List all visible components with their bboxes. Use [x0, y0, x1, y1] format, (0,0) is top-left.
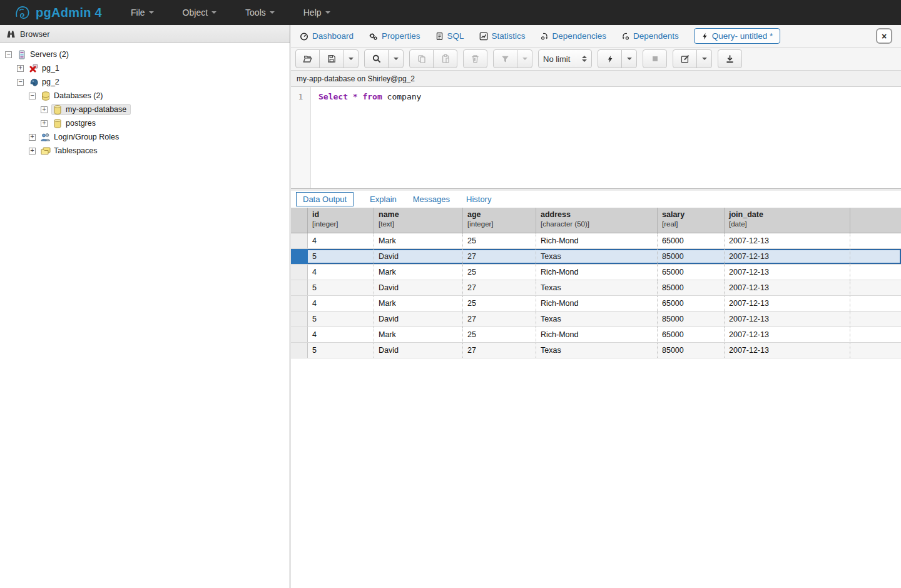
- cell-address[interactable]: Texas: [536, 312, 658, 327]
- tab-explain[interactable]: Explain: [370, 195, 397, 204]
- edit-button[interactable]: [673, 49, 697, 68]
- expand-expander-icon[interactable]: +: [29, 134, 36, 141]
- collapse-expander-icon[interactable]: −: [5, 51, 12, 58]
- row-selector[interactable]: [291, 233, 308, 248]
- cell-salary[interactable]: 65000: [658, 265, 725, 280]
- row-limit-select[interactable]: No limit: [538, 49, 592, 68]
- tab-history[interactable]: History: [466, 195, 491, 204]
- find-button[interactable]: [364, 49, 389, 68]
- cell-age[interactable]: 27: [463, 249, 536, 264]
- tree-item-postgres[interactable]: + postgres: [0, 116, 290, 130]
- cell-address[interactable]: Rich-Mond: [536, 327, 658, 342]
- cell-address[interactable]: Rich-Mond: [536, 265, 658, 280]
- cell-salary[interactable]: 65000: [658, 233, 725, 248]
- tree-item-pg-2[interactable]: − pg_2: [0, 75, 290, 89]
- cell-address[interactable]: Texas: [536, 280, 658, 295]
- cell-address[interactable]: Rich-Mond: [536, 296, 658, 311]
- tab-statistics[interactable]: Statistics: [479, 31, 526, 41]
- tree-item-my-app-database[interactable]: + my-app-database: [0, 103, 290, 116]
- cell-address[interactable]: Texas: [536, 343, 658, 358]
- cell-join-date[interactable]: 2007-12-13: [725, 312, 850, 327]
- column-header-age[interactable]: age [integer]: [463, 208, 536, 233]
- tree-item-databases[interactable]: − Databases (2): [0, 89, 290, 103]
- table-row[interactable]: 4 Mark 25 Rich-Mond 65000 2007-12-13: [291, 265, 901, 280]
- download-button[interactable]: [718, 49, 742, 68]
- cell-address[interactable]: Texas: [536, 249, 658, 264]
- execute-query-button[interactable]: [598, 49, 622, 68]
- tab-query-tool[interactable]: Query- untitled *: [694, 28, 781, 44]
- menu-help[interactable]: Help: [303, 8, 330, 18]
- open-file-button[interactable]: [295, 49, 320, 68]
- expand-expander-icon[interactable]: +: [29, 148, 36, 155]
- cell-name[interactable]: Mark: [374, 233, 463, 248]
- table-row[interactable]: 5 David 27 Texas 85000 2007-12-13: [291, 280, 901, 296]
- menu-object[interactable]: Object: [183, 8, 216, 18]
- cell-address[interactable]: Rich-Mond: [536, 233, 658, 248]
- table-row-selected[interactable]: 5 David 27 Texas 85000 2007-12-13: [291, 249, 901, 265]
- sql-code-area[interactable]: Select * from company: [311, 87, 421, 188]
- tab-dependents[interactable]: Dependents: [621, 31, 679, 41]
- cell-name[interactable]: David: [374, 249, 463, 264]
- menu-tools[interactable]: Tools: [245, 8, 275, 18]
- menu-file[interactable]: File: [131, 8, 154, 18]
- tree-item-servers[interactable]: − Servers (2): [0, 48, 290, 61]
- cell-name[interactable]: Mark: [374, 327, 463, 342]
- cell-age[interactable]: 27: [463, 280, 536, 295]
- table-row[interactable]: 4 Mark 25 Rich-Mond 65000 2007-12-13: [291, 296, 901, 312]
- tab-messages[interactable]: Messages: [413, 195, 450, 204]
- cell-age[interactable]: 25: [463, 327, 536, 342]
- row-selector[interactable]: [291, 312, 308, 327]
- cell-id[interactable]: 4: [308, 265, 374, 280]
- cell-id[interactable]: 4: [308, 327, 374, 342]
- table-row[interactable]: 5 David 27 Texas 85000 2007-12-13: [291, 343, 901, 358]
- cell-id[interactable]: 4: [308, 233, 374, 248]
- expand-expander-icon[interactable]: +: [17, 65, 24, 72]
- cell-join-date[interactable]: 2007-12-13: [725, 327, 850, 342]
- cell-name[interactable]: David: [374, 280, 463, 295]
- cell-name[interactable]: David: [374, 312, 463, 327]
- row-selector[interactable]: [291, 280, 308, 295]
- edit-dropdown-button[interactable]: [696, 49, 712, 68]
- cell-id[interactable]: 5: [308, 280, 374, 295]
- cell-join-date[interactable]: 2007-12-13: [725, 280, 850, 295]
- save-button[interactable]: [319, 49, 344, 68]
- cell-age[interactable]: 25: [463, 265, 536, 280]
- tab-dashboard[interactable]: Dashboard: [300, 31, 354, 41]
- table-row[interactable]: 4 Mark 25 Rich-Mond 65000 2007-12-13: [291, 233, 901, 249]
- table-row[interactable]: 4 Mark 25 Rich-Mond 65000 2007-12-13: [291, 327, 901, 343]
- cell-salary[interactable]: 85000: [658, 249, 725, 264]
- row-selector[interactable]: [291, 343, 308, 358]
- row-selector[interactable]: [291, 265, 308, 280]
- sql-editor[interactable]: 1 Select * from company: [291, 87, 901, 188]
- column-header-salary[interactable]: salary [real]: [658, 208, 725, 233]
- cell-id[interactable]: 5: [308, 312, 374, 327]
- cell-id[interactable]: 5: [308, 249, 374, 264]
- cell-salary[interactable]: 65000: [658, 296, 725, 311]
- cell-join-date[interactable]: 2007-12-13: [725, 265, 850, 280]
- grid-corner-cell[interactable]: [291, 208, 308, 233]
- expand-expander-icon[interactable]: +: [41, 106, 48, 113]
- cell-join-date[interactable]: 2007-12-13: [725, 249, 850, 264]
- tab-sql[interactable]: SQL: [435, 31, 464, 41]
- cell-name[interactable]: David: [374, 343, 463, 358]
- save-dropdown-button[interactable]: [343, 49, 359, 68]
- tree-item-pg-1[interactable]: + pg_1: [0, 61, 290, 75]
- cell-id[interactable]: 4: [308, 296, 374, 311]
- column-header-join-date[interactable]: join_date [date]: [725, 208, 850, 233]
- cell-name[interactable]: Mark: [374, 296, 463, 311]
- cell-salary[interactable]: 85000: [658, 312, 725, 327]
- tab-properties[interactable]: Properties: [369, 31, 420, 41]
- cell-salary[interactable]: 65000: [658, 327, 725, 342]
- collapse-expander-icon[interactable]: −: [29, 93, 36, 99]
- column-header-address[interactable]: address [character (50)]: [536, 208, 658, 233]
- cell-age[interactable]: 25: [463, 296, 536, 311]
- table-row[interactable]: 5 David 27 Texas 85000 2007-12-13: [291, 312, 901, 327]
- cell-join-date[interactable]: 2007-12-13: [725, 233, 850, 248]
- cell-join-date[interactable]: 2007-12-13: [725, 343, 850, 358]
- cell-salary[interactable]: 85000: [658, 343, 725, 358]
- column-header-name[interactable]: name [text]: [374, 208, 463, 233]
- cell-age[interactable]: 27: [463, 312, 536, 327]
- execute-dropdown-button[interactable]: [621, 49, 637, 68]
- tab-dependencies[interactable]: Dependencies: [541, 31, 606, 41]
- expand-expander-icon[interactable]: +: [41, 120, 48, 127]
